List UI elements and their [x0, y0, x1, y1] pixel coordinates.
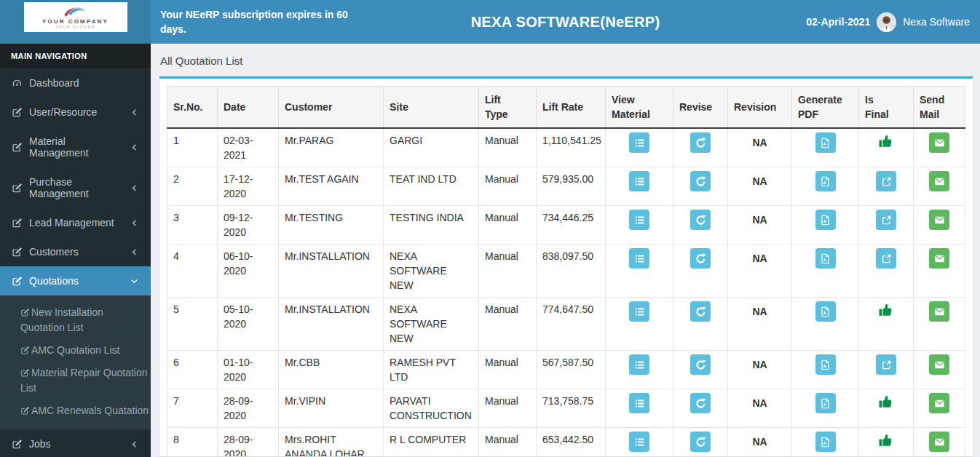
view-material-button[interactable]	[629, 432, 649, 452]
sidebar-item-material-management[interactable]: Material Management	[0, 127, 151, 167]
revise-button[interactable]	[690, 354, 711, 375]
generate-pdf-button[interactable]	[815, 301, 836, 322]
cell-site: TESTING INDIA	[384, 206, 479, 245]
sidebar-item-jobs[interactable]: Jobs	[0, 429, 151, 457]
pdf-icon	[820, 215, 831, 226]
col-header-revise: Revise	[673, 87, 728, 129]
send-mail-button[interactable]	[929, 301, 949, 322]
col-header-is-final: Is Final	[859, 87, 914, 129]
cell-site: PARVATI CONSTRUCTION	[384, 389, 479, 428]
view-material-button[interactable]	[629, 248, 649, 269]
edit-icon	[11, 183, 23, 194]
view-material-button[interactable]	[629, 171, 649, 191]
sidebar-item-label: Quotations	[29, 275, 79, 287]
list-icon	[634, 437, 645, 448]
generate-pdf-button[interactable]	[815, 432, 836, 452]
sidebar-subitem-new-installation-quotation-list[interactable]: New Installation Quotation List	[0, 301, 151, 339]
sidebar-subitem-amc-renewals-quatation-list[interactable]: AMC Renewals Quatation List	[0, 400, 151, 422]
chevron-left-icon	[128, 219, 140, 227]
cell-lift-type: Manual	[479, 245, 537, 298]
thumbs-up-icon	[879, 134, 893, 148]
revise-button[interactable]	[690, 301, 711, 322]
pdf-icon	[820, 138, 831, 148]
cell-lift-type: Manual	[479, 128, 537, 167]
send-mail-button[interactable]	[929, 393, 949, 413]
sidebar-subitem-amc-quotation-list[interactable]: AMC Quotation List	[0, 339, 151, 362]
revise-button[interactable]	[690, 248, 711, 269]
cell-lift-rate: 734,446.25	[537, 206, 606, 245]
envelope-icon	[934, 138, 945, 148]
app-window: YOUR COMPANY YOUR SLOGAN Your NEeRP subs…	[0, 0, 980, 457]
sidebar-item-user-resource[interactable]: User/Resource	[0, 98, 151, 127]
generate-pdf-button[interactable]	[815, 132, 836, 153]
cell-send-mail	[914, 298, 965, 351]
refresh-icon	[695, 176, 706, 187]
view-material-button[interactable]	[629, 132, 649, 153]
view-material-button[interactable]	[629, 354, 649, 375]
edit-icon	[20, 346, 30, 355]
table-row: 309-12-2020Mr.TESTINGTESTING INDIAManual…	[167, 206, 965, 245]
user-name[interactable]: Nexa Software	[903, 16, 970, 28]
revise-button[interactable]	[690, 393, 711, 413]
cell-lift-rate: 713,758.75	[537, 389, 606, 428]
generate-pdf-button[interactable]	[815, 393, 836, 413]
cell-revision: NA	[728, 206, 792, 245]
edit-icon	[11, 247, 23, 258]
cell-is-final	[859, 389, 914, 428]
top-header: YOUR COMPANY YOUR SLOGAN Your NEeRP subs…	[0, 0, 980, 44]
send-mail-button[interactable]	[929, 210, 949, 230]
generate-pdf-button[interactable]	[815, 171, 836, 191]
col-header-generate-pdf: Generate PDF	[792, 87, 859, 129]
make-final-button[interactable]	[876, 248, 896, 269]
send-mail-button[interactable]	[929, 248, 949, 269]
na-label: NA	[752, 175, 767, 187]
cell-revise	[673, 428, 728, 457]
generate-pdf-button[interactable]	[815, 354, 836, 375]
cell-view-material	[606, 389, 673, 428]
sidebar-submenu: New Installation Quotation ListAMC Quota…	[0, 295, 151, 429]
chevron-left-icon	[128, 143, 140, 151]
view-material-button[interactable]	[629, 301, 649, 322]
cell-view-material	[606, 245, 673, 298]
subscription-notice: Your NEeRP subscription expires in 60 da…	[160, 7, 368, 37]
cell-lift-type: Manual	[479, 351, 537, 389]
list-icon	[634, 176, 645, 187]
user-avatar[interactable]	[877, 12, 896, 32]
content-area: All Quotation List Sr.No.DateCustomerSit…	[151, 44, 980, 457]
make-final-button[interactable]	[876, 171, 896, 191]
sidebar-subitem-material-repair-quotation-list[interactable]: Material Repair Quotation List	[0, 362, 151, 400]
generate-pdf-button[interactable]	[815, 248, 836, 269]
send-mail-button[interactable]	[929, 432, 949, 452]
send-mail-button[interactable]	[929, 171, 949, 191]
send-mail-button[interactable]	[929, 132, 949, 153]
cell-view-material	[606, 298, 673, 351]
cell-date: 09-12-2020	[218, 206, 279, 245]
sidebar-item-label: Jobs	[29, 438, 51, 450]
logo-box: YOUR COMPANY YOUR SLOGAN	[24, 2, 127, 32]
cell-lift-rate: 774,647.50	[537, 298, 606, 351]
make-final-button[interactable]	[876, 354, 896, 375]
logo[interactable]: YOUR COMPANY YOUR SLOGAN	[0, 0, 151, 44]
send-mail-button[interactable]	[929, 354, 949, 375]
revise-button[interactable]	[690, 432, 711, 452]
list-icon	[634, 215, 645, 226]
revise-button[interactable]	[690, 210, 711, 230]
sidebar-item-lead-management[interactable]: Lead Management	[0, 208, 151, 237]
cell-generate-pdf	[792, 298, 859, 351]
sidebar-item-dashboard[interactable]: Dashboard	[0, 68, 151, 98]
sidebar-subitem-label: AMC Renewals Quatation List	[31, 405, 151, 416]
revise-button[interactable]	[690, 132, 711, 153]
generate-pdf-button[interactable]	[815, 210, 836, 230]
revise-button[interactable]	[690, 171, 711, 191]
cell-is-final	[859, 206, 914, 245]
cell-date: 28-09-2020	[218, 389, 279, 428]
sidebar-item-purchase-management[interactable]: Purchase Management	[0, 167, 151, 208]
cell-view-material	[606, 428, 673, 457]
col-header-customer: Customer	[279, 87, 384, 129]
sidebar-item-quotations[interactable]: Quotations	[0, 266, 151, 295]
sidebar-item-customers[interactable]: Customers	[0, 237, 151, 266]
cell-date: 28-09-2020	[218, 428, 279, 457]
view-material-button[interactable]	[629, 393, 649, 413]
view-material-button[interactable]	[629, 210, 649, 230]
make-final-button[interactable]	[876, 210, 896, 230]
